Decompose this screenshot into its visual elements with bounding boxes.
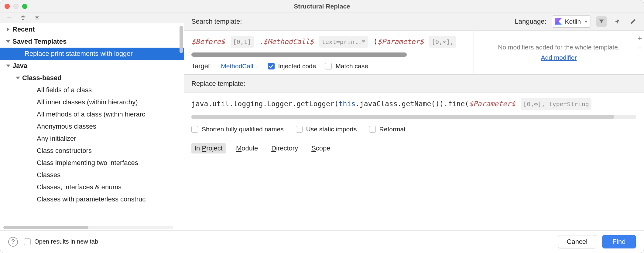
search-header: Search template: Language: Kotlin ▼ (184, 12, 644, 31)
tree-label: Java (12, 60, 27, 72)
scrollbar-thumb[interactable] (191, 52, 407, 57)
checkbox-icon (325, 63, 332, 69)
tree-label: Replace print statements with logger (25, 48, 133, 60)
scope-tabs: In Project Module Directory Scope (184, 137, 644, 155)
language-label: Language: (515, 18, 546, 25)
search-options: Target: MethodCall ⌄ Injected code Match… (191, 62, 468, 70)
constraint-badge: [0,∞], (429, 36, 456, 48)
tree-label: Class constructors (37, 145, 92, 157)
close-window-icon[interactable] (5, 4, 10, 9)
reformat-checkbox[interactable]: Reformat (369, 126, 406, 133)
tree-node-saved[interactable]: Saved Templates (0, 35, 184, 48)
tree-label: Any initializer (37, 133, 76, 145)
chevron-down-icon: ⌄ (255, 64, 259, 69)
editor-hscrollbar[interactable] (191, 52, 407, 57)
tree-scroll: Recent Saved Templates Replace print sta… (0, 23, 184, 230)
collapse-tree-icon[interactable] (34, 15, 40, 21)
window-title: Structural Replace (294, 3, 350, 10)
tree-label: Classes, interfaces & enums (37, 181, 122, 193)
language-combo[interactable]: Kotlin ▼ (552, 15, 591, 28)
tree-node-java[interactable]: Java (0, 60, 184, 72)
tree-label: Saved Templates (12, 35, 67, 48)
search-area: $Before$ [0,1] .$MethodCall$ text=print.… (184, 31, 644, 75)
tree-item[interactable]: Classes with parameterless construc (0, 193, 184, 205)
tree-label: Classes (37, 169, 60, 181)
search-template-editor[interactable]: $Before$ [0,1] .$MethodCall$ text=print.… (191, 36, 468, 48)
tree-item[interactable]: All inner classes (within hierarchy) (0, 96, 184, 108)
checkbox-icon (24, 238, 31, 245)
kotlin-icon (555, 18, 562, 25)
tree-item[interactable]: Any initializer (0, 133, 184, 145)
chevron-down-icon: ▼ (584, 19, 588, 24)
checkbox-icon (296, 126, 303, 133)
modifiers-empty-text: No modifiers added for the whole templat… (498, 44, 619, 51)
constraint-badge: text=print.* (319, 36, 368, 48)
code-token: . (259, 38, 263, 46)
find-button[interactable]: Find (602, 235, 636, 248)
tree-item-saved-0[interactable]: Replace print statements with logger (0, 48, 184, 60)
collapse-all-icon[interactable] (6, 15, 12, 21)
templates-tree[interactable]: Recent Saved Templates Replace print sta… (0, 23, 184, 205)
add-modifier-link[interactable]: Add modifier (541, 54, 577, 61)
target-combo[interactable]: MethodCall ⌄ (221, 62, 259, 70)
add-modifier-icon[interactable]: + (635, 35, 644, 42)
tree-label: All inner classes (within hierarchy) (37, 96, 138, 108)
tree-item[interactable]: Classes, interfaces & enums (0, 181, 184, 193)
chevron-right-icon (5, 27, 11, 32)
scrollbar-thumb[interactable] (191, 115, 614, 119)
remove-modifier-icon[interactable]: − (635, 45, 644, 52)
injected-code-label: Injected code (278, 62, 316, 70)
tree-item[interactable]: Class implementing two interfaces (0, 157, 184, 169)
scope-tab-scope[interactable]: Scope (308, 143, 333, 153)
tree-item[interactable]: Classes (0, 169, 184, 181)
scope-tab-in-project[interactable]: In Project (191, 143, 226, 153)
help-icon[interactable]: ? (8, 237, 18, 247)
zoom-window-icon[interactable] (22, 4, 27, 9)
window-controls (5, 4, 27, 9)
checkbox-icon (268, 63, 275, 69)
code-token: $Parameter$ (378, 38, 424, 46)
open-in-new-tab-checkbox[interactable]: Open results in new tab (24, 238, 98, 245)
scope-tab-directory[interactable]: Directory (268, 143, 301, 153)
tree-label: Class implementing two interfaces (37, 157, 138, 169)
chevron-down-icon (5, 39, 11, 44)
chevron-down-icon (15, 76, 21, 80)
match-case-checkbox[interactable]: Match case (325, 62, 368, 70)
tree-vscrollbar[interactable] (180, 26, 183, 53)
tree-item[interactable]: All methods of a class (within hierarc (0, 108, 184, 120)
expand-all-icon[interactable] (20, 15, 26, 21)
static-imports-checkbox[interactable]: Use static imports (296, 126, 357, 133)
code-token: $Parameter$ (469, 100, 515, 108)
dialog-footer: ? Open results in new tab Cancel Find (0, 230, 644, 253)
code-token: this (339, 100, 355, 108)
injected-code-checkbox[interactable]: Injected code (268, 62, 316, 70)
cancel-button[interactable]: Cancel (558, 235, 596, 248)
replace-options: Shorten fully qualified names Use static… (191, 126, 636, 133)
filter-icon[interactable] (596, 16, 607, 27)
title-bar: Structural Replace (0, 0, 644, 12)
target-label: Target: (191, 62, 212, 70)
tree-label: Anonymous classes (37, 120, 96, 133)
checkbox-icon (191, 126, 198, 133)
reformat-label: Reformat (379, 126, 406, 133)
static-imports-label: Use static imports (306, 126, 357, 133)
tree-item[interactable]: All fields of a class (0, 84, 184, 96)
replace-template-label: Replace template: (191, 80, 245, 88)
tree-toolbar (0, 12, 184, 23)
minimize-window-icon[interactable] (13, 4, 19, 9)
tree-node-class-based[interactable]: Class-based (0, 72, 184, 84)
shorten-fqn-checkbox[interactable]: Shorten fully qualified names (191, 126, 284, 133)
pin-icon[interactable] (612, 16, 622, 27)
settings-icon[interactable] (628, 16, 638, 27)
editor-hscrollbar[interactable] (191, 115, 636, 119)
replace-template-editor[interactable]: java.util.logging.Logger.getLogger(this.… (191, 98, 636, 110)
tree-item[interactable]: Class constructors (0, 145, 184, 157)
tree-hscrollbar[interactable] (3, 226, 173, 229)
open-in-new-tab-label: Open results in new tab (34, 238, 98, 245)
tree-item[interactable]: Anonymous classes (0, 120, 184, 133)
tree-label: Class-based (22, 72, 62, 84)
templates-panel: Recent Saved Templates Replace print sta… (0, 12, 184, 230)
tree-node-recent[interactable]: Recent (0, 23, 184, 35)
scope-tab-module[interactable]: Module (233, 143, 261, 153)
scrollbar-thumb[interactable] (3, 226, 88, 229)
